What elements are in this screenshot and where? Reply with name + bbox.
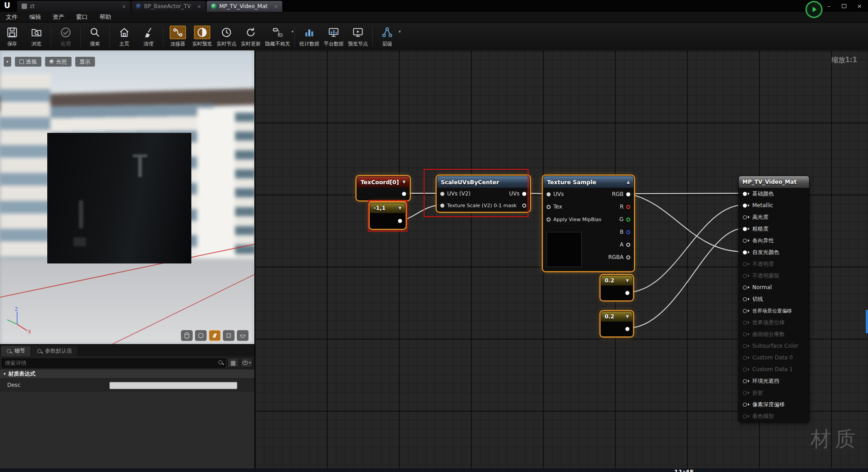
input-pin[interactable] <box>743 286 747 290</box>
input-pin[interactable] <box>547 192 551 196</box>
collapse-icon[interactable]: ▲ <box>627 180 630 184</box>
output-pin[interactable] <box>522 204 526 208</box>
details-search-input[interactable] <box>2 359 226 368</box>
tab-details[interactable]: 细节 <box>1 346 31 356</box>
output-pin-r[interactable] <box>626 205 630 209</box>
preview-node-button[interactable]: 预览节点 <box>346 25 370 48</box>
live-nodes-toggle[interactable]: 实时节点 <box>214 25 239 48</box>
output-pin[interactable] <box>522 192 526 196</box>
output-pin[interactable] <box>626 192 630 196</box>
output-pin-g[interactable] <box>626 218 630 222</box>
home-button[interactable]: 主页 <box>112 25 136 48</box>
input-pin[interactable] <box>547 205 551 209</box>
node-material-result[interactable]: MP_TV_Video_Mat 基础颜色 Metallic 高光度 粗糙度 各向… <box>738 176 809 422</box>
cylinder-mesh-button[interactable] <box>181 330 193 341</box>
tab-material[interactable]: MP_TV_Video_Mat × <box>207 1 282 12</box>
sphere-mesh-button[interactable] <box>195 330 207 341</box>
collapse-icon[interactable]: ▼ <box>402 180 406 184</box>
live-update-toggle[interactable]: 实时更新 <box>239 25 263 48</box>
node-constant-2[interactable]: 0.2 ▼ <box>601 311 633 336</box>
node-constant-1[interactable]: 0.2 ▼ <box>601 275 633 300</box>
input-pin[interactable] <box>743 274 747 278</box>
input-pin[interactable] <box>743 344 747 348</box>
dropdown-arrow-icon[interactable]: ▾ <box>291 29 294 34</box>
input-pin[interactable] <box>743 204 747 208</box>
show-button[interactable]: 显示 <box>75 57 95 67</box>
tab-parameter-defaults[interactable]: 参数默认值 <box>32 346 77 356</box>
menu-asset[interactable]: 资产 <box>47 13 70 21</box>
input-pin[interactable] <box>440 204 444 208</box>
menu-help[interactable]: 帮助 <box>94 13 117 21</box>
live-preview-toggle[interactable]: 实时预览 <box>190 25 214 48</box>
preview-mesh-plane[interactable] <box>47 133 191 263</box>
input-pin[interactable] <box>743 356 747 360</box>
output-pin-rgba[interactable] <box>626 255 630 259</box>
output-pin-a[interactable] <box>626 243 630 247</box>
material-expressions-section-header[interactable]: ▾ 材质表达式 <box>0 369 254 379</box>
input-pin[interactable] <box>743 262 747 266</box>
graph-scrollbar-thumb[interactable] <box>866 310 868 333</box>
input-pin[interactable] <box>743 250 747 254</box>
output-pin[interactable] <box>625 327 629 331</box>
menu-file[interactable]: 文件 <box>0 13 23 21</box>
node-texcoord[interactable]: TexCoord[0] ▼ <box>357 176 410 200</box>
preview-viewport[interactable]: Z X ▾ 透视 光照 显示 <box>0 50 255 344</box>
desc-input[interactable] <box>109 382 237 389</box>
property-matrix-button[interactable]: ▦ <box>227 358 239 368</box>
node-scale-uvs-by-center[interactable]: ScaleUVsByCenter UVs (V2) UVs Texture Sc… <box>437 176 530 212</box>
browse-button[interactable]: 浏览 <box>24 25 49 48</box>
plane-mesh-button[interactable] <box>209 330 221 341</box>
input-pin[interactable] <box>547 218 551 222</box>
output-pin[interactable] <box>398 219 402 223</box>
clean-button[interactable]: 清理 <box>136 25 161 48</box>
input-pin[interactable] <box>743 379 747 383</box>
hierarchy-button[interactable]: 层级 ▾ <box>375 25 399 48</box>
input-pin[interactable] <box>743 215 747 219</box>
close-button[interactable]: × <box>852 0 867 12</box>
menu-edit[interactable]: 编辑 <box>23 13 47 21</box>
output-pin[interactable] <box>402 192 406 196</box>
collapse-icon[interactable]: ▼ <box>398 206 402 210</box>
node-texture-sample[interactable]: Texture Sample ▲ UVs RGB Tex R Apply Vie… <box>543 176 634 271</box>
output-pin[interactable] <box>625 291 629 295</box>
input-pin[interactable] <box>743 227 747 231</box>
tab-close-icon[interactable]: × <box>270 4 278 9</box>
input-pin[interactable] <box>743 332 747 336</box>
tab-close-icon[interactable]: × <box>118 4 126 9</box>
apply-button[interactable]: 应用 <box>54 25 78 48</box>
minimize-button[interactable]: – <box>821 0 836 12</box>
menu-window[interactable]: 窗口 <box>70 13 94 21</box>
search-button[interactable]: 搜索 <box>83 25 107 48</box>
lit-mode-button[interactable]: 光照 <box>45 57 72 67</box>
input-pin[interactable] <box>743 192 747 196</box>
launcher-update-icon[interactable] <box>805 1 823 18</box>
view-options-button[interactable]: ▾ <box>241 358 253 368</box>
maximize-button[interactable] <box>836 0 852 12</box>
collapse-icon[interactable]: ▼ <box>626 278 629 283</box>
platform-stats-button[interactable]: 平台数据 <box>321 25 346 48</box>
node-constant2vector[interactable]: -1,1 ▼ <box>370 203 406 229</box>
hide-unrelated-toggle[interactable]: 隐藏不相关 ▾ <box>263 25 292 48</box>
stats-button[interactable]: 统计数据 <box>297 25 321 48</box>
input-pin[interactable] <box>743 391 747 395</box>
output-pin-b[interactable] <box>626 230 630 234</box>
material-graph-canvas[interactable]: 缩放1:1 材质 TexCoord[0] ▼ -1,1 <box>255 50 868 468</box>
save-button[interactable]: 保存 <box>0 25 24 48</box>
input-pin[interactable] <box>743 403 747 407</box>
connectors-toggle[interactable]: 连接器 <box>166 25 190 48</box>
input-pin[interactable] <box>440 192 444 196</box>
tab-close-icon[interactable]: × <box>194 4 201 9</box>
input-pin[interactable] <box>743 297 747 301</box>
input-pin[interactable] <box>743 239 747 243</box>
viewport-options-button[interactable]: ▾ <box>4 57 11 67</box>
tab-level[interactable]: zt × <box>17 1 131 12</box>
input-pin[interactable] <box>743 414 747 418</box>
tab-blueprint[interactable]: BP_BaseActor_TV × <box>131 1 206 12</box>
input-pin[interactable] <box>743 309 747 313</box>
cube-mesh-button[interactable] <box>223 330 235 341</box>
collapse-icon[interactable]: ▼ <box>626 314 629 319</box>
input-pin[interactable] <box>743 321 747 325</box>
dropdown-arrow-icon[interactable]: ▾ <box>398 29 401 34</box>
perspective-button[interactable]: 透视 <box>15 57 41 67</box>
teapot-mesh-button[interactable] <box>237 330 249 341</box>
